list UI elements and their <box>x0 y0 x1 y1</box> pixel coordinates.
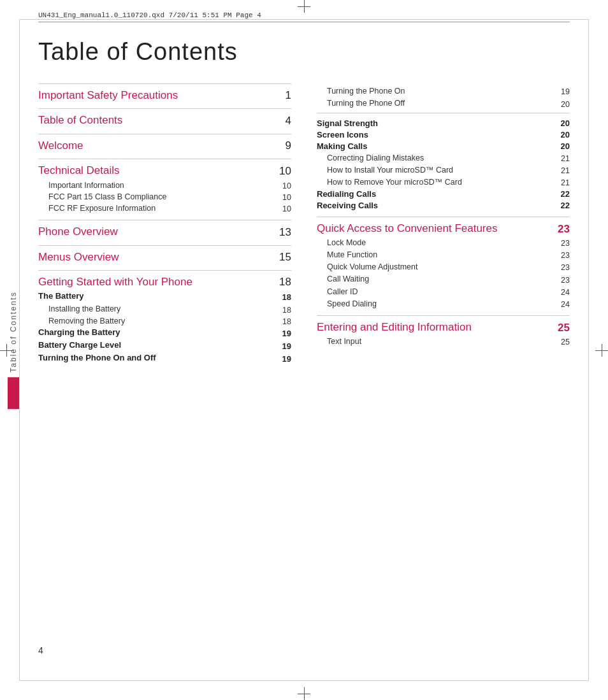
safety-label: Important Safety Precautions <box>38 89 280 102</box>
quick-access-num: 23 <box>558 223 570 236</box>
turning-on-entry: Turning the Phone On 19 <box>317 86 570 96</box>
sub-fcc-rf-label: FCC RF Exposure Information <box>48 203 277 213</box>
getting-started-entry: Getting Started with Your Phone 18 <box>38 276 291 289</box>
call-waiting-label: Call Waiting <box>317 274 556 284</box>
screen-icons-num: 20 <box>561 130 570 139</box>
sub-turning-on-off-num: 19 <box>282 354 291 364</box>
sub-installing-battery-num: 18 <box>282 306 291 315</box>
redialing-entry: Redialing Calls 22 <box>317 189 570 199</box>
right-plain-top: Turning the Phone On 19 Turning the Phon… <box>317 83 570 109</box>
toc-num: 4 <box>286 115 291 127</box>
welcome-label: Welcome <box>38 139 280 152</box>
sub-fcc-class-b: FCC Part 15 Class B Compliance 10 <box>38 192 291 202</box>
turning-on-label: Turning the Phone On <box>317 86 556 96</box>
section-technical: Technical Details 10 Important Informati… <box>38 159 291 213</box>
sidebar-label: Table of Contents <box>9 291 18 372</box>
content-area: Table of Contents Table of Contents Impo… <box>38 38 570 662</box>
sub-fcc-rf-num: 10 <box>282 204 291 213</box>
turning-on-num: 19 <box>561 87 570 96</box>
sub-charging-num: 19 <box>282 329 291 338</box>
caller-id-num: 24 <box>561 288 570 297</box>
toc-label: Table of Contents <box>38 114 280 127</box>
phone-overview-label: Phone Overview <box>38 225 274 238</box>
sub-charge-level: Battery Charge Level 19 <box>38 340 291 351</box>
quick-volume-label: Quick Volume Adjustment <box>317 262 556 272</box>
making-calls-label: Making Calls <box>317 141 556 151</box>
welcome-entry: Welcome 9 <box>38 139 291 152</box>
sub-important-info-num: 10 <box>282 182 291 190</box>
welcome-num: 9 <box>286 139 291 152</box>
text-input-label: Text Input <box>317 336 556 346</box>
technical-label: Technical Details <box>38 164 274 177</box>
signal-label: Signal Strength <box>317 118 556 128</box>
entering-editing-label: Entering and Editing Information <box>317 321 553 334</box>
sub-important-info: Important Information 10 <box>38 180 291 190</box>
correcting-dialing-entry: Correcting Dialing Mistakes 21 <box>317 153 570 163</box>
quick-access-label: Quick Access to Convenient Features <box>317 222 553 235</box>
sidebar-tab: Table of Contents <box>8 291 19 409</box>
sub-removing-battery: Removing the Battery 18 <box>38 316 291 326</box>
section-menus-overview: Menus Overview 15 <box>38 245 291 264</box>
install-microsd-num: 21 <box>561 166 570 175</box>
reg-mark-top <box>298 0 310 13</box>
turning-off-label: Turning the Phone Off <box>317 98 556 108</box>
install-microsd-entry: How to Install Your microSD™ Card 21 <box>317 165 570 175</box>
sub-removing-battery-num: 18 <box>282 317 291 326</box>
caller-id-label: Caller ID <box>317 287 556 297</box>
turning-off-num: 20 <box>561 100 570 109</box>
receiving-entry: Receiving Calls 22 <box>317 201 570 210</box>
making-calls-entry: Making Calls 20 <box>317 141 570 151</box>
section-entering-editing: Entering and Editing Information 25 Text… <box>317 315 570 346</box>
caller-id-entry: Caller ID 24 <box>317 287 570 297</box>
reg-mark-right <box>595 344 608 357</box>
sub-turning-on-off-label: Turning the Phone On and Off <box>38 353 277 364</box>
mute-function-label: Mute Function <box>317 250 556 260</box>
reg-mark-bottom <box>298 687 310 700</box>
mute-function-num: 23 <box>561 251 570 260</box>
lock-mode-num: 23 <box>561 239 570 248</box>
getting-started-num: 18 <box>279 276 291 289</box>
sub-installing-battery: Installing the Battery 18 <box>38 304 291 314</box>
quick-access-entry: Quick Access to Convenient Features 23 <box>317 222 570 235</box>
left-column: Important Safety Precautions 1 Table of … <box>38 83 291 370</box>
section-toc: Table of Contents 4 <box>38 108 291 127</box>
technical-num: 10 <box>279 165 291 178</box>
page-title: Table of Contents <box>38 38 570 66</box>
section-phone-overview: Phone Overview 13 <box>38 220 291 238</box>
screen-icons-entry: Screen Icons 20 <box>317 130 570 139</box>
sub-battery-label: The Battery <box>38 291 277 302</box>
sub-fcc-class-b-label: FCC Part 15 Class B Compliance <box>48 192 277 202</box>
section-getting-started: Getting Started with Your Phone 18 The B… <box>38 270 291 363</box>
section-welcome: Welcome 9 <box>38 134 291 152</box>
sub-charge-level-label: Battery Charge Level <box>38 340 277 351</box>
lock-mode-label: Lock Mode <box>317 238 556 248</box>
speed-dialing-num: 24 <box>561 300 570 309</box>
sub-battery: The Battery 18 <box>38 291 291 302</box>
phone-overview-entry: Phone Overview 13 <box>38 225 291 238</box>
quick-volume-entry: Quick Volume Adjustment 23 <box>317 262 570 272</box>
making-calls-num: 20 <box>561 141 570 151</box>
entering-editing-num: 25 <box>558 322 570 334</box>
safety-entry: Important Safety Precautions 1 <box>38 89 291 102</box>
sub-charging-label: Charging the Battery <box>38 327 277 338</box>
safety-num: 1 <box>286 89 291 102</box>
phone-overview-num: 13 <box>279 226 291 239</box>
section-quick-access: Quick Access to Convenient Features 23 L… <box>317 217 570 309</box>
call-waiting-num: 23 <box>561 276 570 285</box>
redialing-num: 22 <box>561 189 570 199</box>
screen-icons-label: Screen Icons <box>317 130 556 139</box>
menus-overview-label: Menus Overview <box>38 251 274 264</box>
getting-started-label: Getting Started with Your Phone <box>38 276 274 289</box>
install-microsd-label: How to Install Your microSD™ Card <box>317 165 556 175</box>
sub-turning-on-off: Turning the Phone On and Off 19 <box>38 353 291 364</box>
section-safety: Important Safety Precautions 1 <box>38 83 291 102</box>
sub-fcc-rf: FCC RF Exposure Information 10 <box>38 203 291 213</box>
menus-overview-num: 15 <box>279 251 291 264</box>
redialing-label: Redialing Calls <box>317 189 556 199</box>
technical-entry: Technical Details 10 <box>38 164 291 177</box>
sub-important-info-label: Important Information <box>48 180 277 190</box>
mute-function-entry: Mute Function 23 <box>317 250 570 260</box>
signal-entry: Signal Strength 20 <box>317 118 570 128</box>
text-input-num: 25 <box>561 338 570 346</box>
remove-microsd-label: How to Remove Your microSD™ Card <box>317 177 556 187</box>
